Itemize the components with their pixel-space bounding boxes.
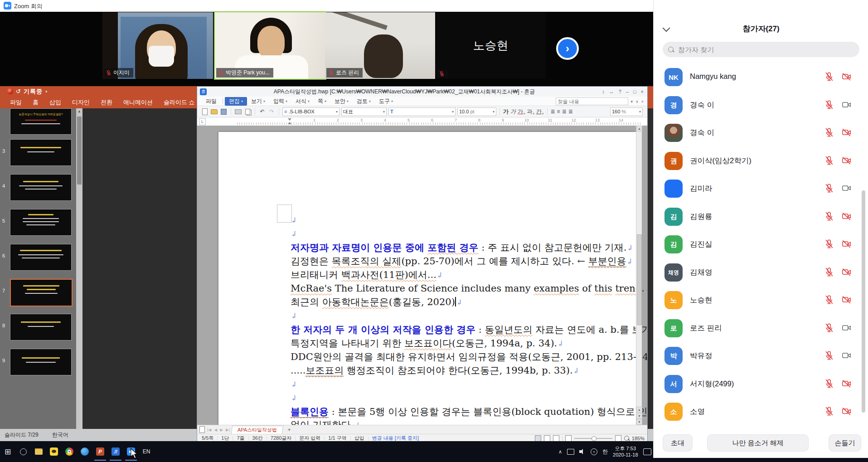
- camera-off-icon[interactable]: [840, 127, 853, 137]
- search-input[interactable]: [677, 45, 854, 54]
- menu-file[interactable]: 파일: [202, 97, 221, 106]
- kakaotalk-icon[interactable]: [46, 443, 62, 461]
- invite-button[interactable]: 초대: [663, 434, 693, 452]
- undo-icon[interactable]: ↶: [258, 108, 266, 116]
- ppt-tab-design[interactable]: 디자인: [67, 98, 95, 107]
- align-right-icon[interactable]: ≣: [568, 108, 573, 115]
- restore-icon[interactable]: □: [633, 89, 636, 94]
- video-tile-3[interactable]: 로즈 핀리: [325, 12, 435, 79]
- open-folder-icon[interactable]: [210, 108, 218, 116]
- camera-off-icon[interactable]: [840, 267, 853, 277]
- next-page-icon[interactable]: ▼: [636, 413, 642, 419]
- camera-off-icon[interactable]: [840, 211, 853, 221]
- split-icon[interactable]: ↕: [602, 89, 605, 94]
- save-icon[interactable]: [220, 108, 228, 116]
- panel-scrollbar[interactable]: [862, 190, 865, 413]
- document-area[interactable]: ↲ ↲ 저자명과 자료명이 인용문 중에 포함된 경우 : 주 표시 없이 참고…: [197, 126, 647, 425]
- camera-off-icon[interactable]: [840, 239, 853, 249]
- menu-security[interactable]: 보안▾: [330, 97, 353, 106]
- menu-page[interactable]: 쪽▾: [314, 97, 330, 106]
- slide-thumbnail-5[interactable]: [10, 209, 72, 236]
- participant-row[interactable]: 박 박유정: [654, 345, 868, 371]
- display-icon[interactable]: [567, 449, 574, 455]
- char-shade-button[interactable]: 간▾: [536, 108, 544, 116]
- slide-thumbnail-7-selected[interactable]: [10, 279, 73, 306]
- muted-mic-icon[interactable]: [824, 350, 834, 360]
- participant-row[interactable]: 김 김진실: [654, 234, 868, 259]
- file-explorer-icon[interactable]: [31, 443, 46, 461]
- action-center-icon[interactable]: [643, 448, 651, 455]
- muted-mic-icon[interactable]: [824, 379, 834, 389]
- start-button[interactable]: ⊞: [0, 443, 15, 461]
- camera-off-icon[interactable]: [840, 156, 853, 165]
- browser-icon[interactable]: [77, 443, 92, 461]
- unmute-me-button[interactable]: 나만 음소거 해제: [707, 434, 809, 452]
- redo-icon[interactable]: ↷: [268, 108, 276, 116]
- view-mode-page-icon[interactable]: [535, 435, 541, 442]
- last-tab-icon[interactable]: ▶|: [225, 428, 231, 432]
- prev-tab-icon[interactable]: ◀: [213, 428, 218, 432]
- find-caret-icon[interactable]: ▾: [631, 99, 633, 104]
- participant-row[interactable]: 로 로즈 핀리: [654, 318, 868, 343]
- muted-mic-icon[interactable]: [824, 156, 834, 165]
- style-combo[interactable]: ≡.S-LIB-BOX▾: [282, 107, 339, 116]
- minimize-icon[interactable]: –: [626, 89, 629, 94]
- scroll-down-icon[interactable]: ▼: [636, 419, 642, 425]
- line-spacing-control[interactable]: 160%▾: [610, 107, 643, 116]
- scrollbar-thumb[interactable]: [637, 234, 642, 325]
- raise-hand-button[interactable]: 손들기: [829, 434, 861, 452]
- align-center-icon[interactable]: ≣: [562, 108, 567, 115]
- slide-thumbnail-3[interactable]: [10, 139, 72, 166]
- slide-thumbnail-8[interactable]: [10, 314, 72, 340]
- underline-button[interactable]: 가▾: [518, 108, 525, 116]
- muted-mic-icon[interactable]: [824, 406, 834, 416]
- menu-input[interactable]: 입력▾: [269, 97, 291, 106]
- find-close-icon[interactable]: ×: [641, 99, 644, 104]
- document-tab[interactable]: APA스타일작성법: [231, 426, 284, 434]
- print-icon[interactable]: [234, 108, 242, 116]
- menu-tools[interactable]: 도구▾: [375, 97, 397, 106]
- menu-view[interactable]: 보기▾: [247, 97, 269, 106]
- speaker-icon[interactable]: [579, 449, 586, 454]
- align-left-icon[interactable]: ≡: [557, 108, 560, 115]
- view-mode-full-icon[interactable]: [553, 435, 559, 442]
- char-color-button[interactable]: 과▾: [527, 108, 535, 116]
- zoom-in-icon[interactable]: [615, 435, 621, 442]
- language-badge[interactable]: EN: [139, 443, 154, 461]
- camera-off-icon[interactable]: [840, 295, 853, 305]
- muted-mic-icon[interactable]: [824, 100, 834, 110]
- participant-row[interactable]: 김 김원룡: [654, 206, 868, 232]
- tab-list-icon[interactable]: [199, 426, 205, 433]
- video-tile-4-camera-off[interactable]: 노승현: [436, 12, 546, 79]
- menu-review[interactable]: 검토▾: [353, 97, 375, 106]
- slide-thumbnail-2[interactable]: 논문작성시 주제선정의 어려운점은?: [10, 108, 72, 135]
- muted-mic-icon[interactable]: [824, 295, 834, 305]
- camera-on-icon[interactable]: [840, 183, 853, 193]
- find-input[interactable]: [556, 97, 628, 105]
- participant-row[interactable]: 권 권이삭(임상2학기): [654, 151, 868, 176]
- participant-search[interactable]: [663, 42, 859, 57]
- participant-row[interactable]: 노 노승현: [654, 290, 868, 315]
- participant-row[interactable]: 소 소영: [654, 401, 868, 427]
- muted-mic-icon[interactable]: [824, 239, 834, 249]
- add-tab-button[interactable]: +: [284, 427, 295, 433]
- ppt-tab-file[interactable]: 파일: [5, 98, 27, 107]
- next-tab-icon[interactable]: ▶: [219, 428, 224, 432]
- hwp-taskbar-icon[interactable]: 흔: [108, 443, 123, 461]
- muted-mic-icon[interactable]: [824, 211, 834, 221]
- camera-on-icon[interactable]: [840, 323, 853, 333]
- view-mode-split-icon[interactable]: [544, 435, 550, 442]
- align-justify-icon[interactable]: ≣: [551, 108, 555, 115]
- hwp-window[interactable]: 흔 APA스타일작성법.hwp [C:₩Users₩OWNER₩NaverClo…: [197, 86, 648, 442]
- participant-row[interactable]: 서 서지형(2499): [654, 374, 868, 399]
- video-tile-1[interactable]: 이지미: [102, 12, 213, 79]
- magnifier-icon[interactable]: [624, 436, 629, 441]
- camera-on-icon[interactable]: [840, 100, 853, 110]
- slide-thumbnail-6[interactable]: [10, 244, 72, 271]
- zoom-slider[interactable]: [574, 438, 612, 439]
- vertical-scrollbar[interactable]: ▲ ▲ ▼ ▼: [636, 126, 642, 425]
- muted-mic-icon[interactable]: [824, 72, 834, 82]
- slide-thumbnail-4[interactable]: [10, 174, 72, 201]
- participant-row[interactable]: 채영 김채영: [654, 262, 868, 287]
- ppt-tab-insert[interactable]: 삽입: [44, 98, 67, 107]
